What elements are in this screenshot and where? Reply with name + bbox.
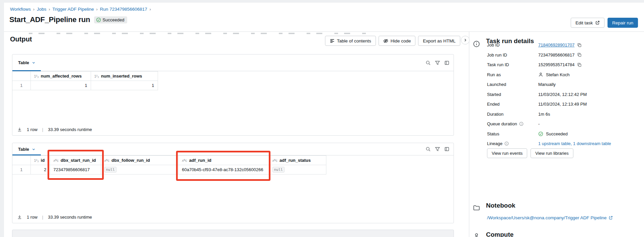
table-cell: 60a70b45-cf93-47e8-ac78-132c05600266	[178, 165, 269, 174]
collapse-panel-button[interactable]	[461, 36, 470, 44]
check-circle-icon	[96, 17, 101, 22]
export-as-html-button[interactable]: Export as HTML	[418, 36, 460, 46]
side-panel-icon[interactable]	[444, 146, 450, 152]
detail-label: Launched	[487, 82, 538, 87]
footer-separator: |	[42, 127, 43, 132]
search-icon[interactable]	[425, 146, 431, 152]
notebook-path: /Workspace/Users/sk@nona.company/Trigger…	[487, 215, 607, 220]
copy-icon[interactable]	[577, 63, 582, 67]
row-number-header	[12, 72, 30, 81]
databricks-task-run-page: Workflows › Jobs › Trigger ADF Pipeline …	[0, 0, 644, 237]
row-count: 1 row	[27, 215, 37, 220]
external-link-icon	[595, 20, 600, 25]
folder-icon	[473, 204, 480, 211]
table-of-contents-button[interactable]: Table of contents	[325, 36, 376, 46]
table-row: 1 1 1	[12, 81, 158, 90]
external-link-icon	[609, 216, 613, 220]
chevron-right-icon	[463, 38, 467, 42]
breadcrumb-jobs[interactable]: Jobs	[37, 7, 47, 12]
row-number-cell: 1	[12, 165, 30, 174]
table-cell: 1	[30, 81, 91, 90]
run-as-value: Stefan Koch	[546, 72, 570, 77]
filter-icon[interactable]	[435, 146, 440, 152]
result-table: 1²₃num_affected_rows 1²₃num_inserted_row…	[12, 71, 158, 90]
detail-row-queue-duration: Queue duration -	[487, 119, 639, 129]
breadcrumb-separator: ›	[150, 7, 151, 12]
repair-run-label: Repair run	[612, 20, 633, 25]
breadcrumb-run-id[interactable]: Run 723479856606817	[100, 7, 147, 12]
column-header[interactable]: ᴀᴮᴄadf_run_status	[269, 156, 326, 165]
breadcrumb-separator: ›	[96, 7, 98, 12]
info-circle-icon[interactable]	[519, 122, 524, 126]
column-header[interactable]: 1²₃id	[30, 156, 50, 165]
hide-code-button[interactable]: Hide code	[379, 36, 416, 46]
detail-label: Duration	[487, 112, 538, 117]
started-value: 11/03/2024, 12:12:42 PM	[538, 92, 587, 97]
table-row: 1 2 723479856606817 null 60a70b45-cf93-4…	[12, 165, 326, 174]
table-cell: 2	[30, 165, 50, 174]
info-circle-icon[interactable]	[504, 141, 509, 146]
info-circle-icon	[473, 40, 480, 47]
detail-label: Started	[487, 92, 538, 97]
download-icon[interactable]	[17, 127, 22, 132]
number-type-icon: 1²₃	[94, 74, 99, 78]
copy-icon[interactable]	[577, 43, 582, 47]
column-header[interactable]: ᴀᴮᴄdbx_start_run_id	[50, 156, 101, 165]
edit-task-button[interactable]: Edit task	[571, 18, 605, 28]
string-type-icon: ᴀᴮᴄ	[272, 158, 278, 162]
notebook-heading: Notebook	[486, 202, 515, 209]
page-header: Workflows › Jobs › Trigger ADF Pipeline …	[4, 3, 644, 32]
active-tab-underline	[12, 154, 41, 155]
repair-run-button[interactable]: Repair run	[608, 18, 638, 28]
footer-separator: |	[42, 215, 43, 220]
queue-duration-value: -	[538, 121, 540, 126]
column-header[interactable]: 1²₃num_affected_rows	[30, 72, 91, 81]
chevron-down-icon	[32, 147, 35, 151]
next-cell-stub	[12, 230, 454, 237]
runtime-label: 33.39 seconds runtime	[48, 127, 92, 132]
detail-row-duration: Duration 1m 6s	[487, 109, 639, 119]
row-number-header	[12, 156, 30, 165]
duration-value: 1m 6s	[538, 112, 550, 117]
table-of-contents-label: Table of contents	[337, 38, 371, 43]
person-icon	[538, 72, 543, 77]
breadcrumb-job-name[interactable]: Trigger ADF Pipeline	[53, 7, 94, 12]
table-view-label: Table	[18, 147, 29, 152]
column-header[interactable]: 1²₃num_inserted_rows	[91, 72, 158, 81]
side-panel-icon[interactable]	[444, 60, 450, 66]
lineage-link[interactable]: 1 upstream table, 1 downstream table	[538, 141, 611, 146]
job-run-id-value: 723479856606817	[538, 52, 574, 57]
column-header[interactable]: ᴀᴮᴄadf_run_id	[178, 156, 269, 165]
detail-label: Task run ID	[487, 62, 538, 67]
copy-icon[interactable]	[577, 52, 582, 57]
view-run-events-button[interactable]: View run events	[487, 148, 527, 158]
view-run-libraries-button[interactable]: View run libraries	[531, 148, 573, 158]
detail-row-status: Status Succeeded	[487, 129, 639, 139]
breadcrumb-workflows[interactable]: Workflows	[10, 7, 31, 12]
output-heading: Output	[10, 35, 32, 43]
filter-icon[interactable]	[435, 60, 440, 66]
download-icon[interactable]	[17, 215, 22, 220]
list-lines-icon	[330, 38, 335, 43]
job-id-link[interactable]: 718406928901707	[538, 42, 574, 47]
status-value: Succeeded	[546, 131, 568, 136]
eye-off-icon	[383, 38, 388, 43]
table-header-row: 1²₃id ᴀᴮᴄdbx_start_run_id ᴀᴮᴄdbx_follow_…	[12, 156, 326, 165]
detail-label: Job run ID	[487, 52, 538, 57]
table-cell: null	[101, 165, 178, 174]
table-view-selector[interactable]: Table	[12, 60, 35, 65]
search-icon[interactable]	[425, 60, 431, 66]
breadcrumb-separator: ›	[33, 7, 34, 12]
details-rows: Job ID 718406928901707 Job run ID 723479…	[487, 40, 639, 149]
status-badge-label: Succeeded	[102, 17, 124, 22]
null-value-badge: null	[272, 167, 285, 172]
column-header[interactable]: ᴀᴮᴄdbx_follow_run_id	[101, 156, 178, 165]
row-count: 1 row	[27, 127, 37, 132]
runtime-label: 33.39 seconds runtime	[48, 215, 92, 220]
status-badge: Succeeded	[94, 16, 127, 23]
notebook-path-link[interactable]: /Workspace/Users/sk@nona.company/Trigger…	[487, 215, 613, 220]
result-table: 1²₃id ᴀᴮᴄdbx_start_run_id ᴀᴮᴄdbx_follow_…	[12, 155, 326, 174]
compute-heading: Compute	[486, 231, 513, 237]
table-view-selector[interactable]: Table	[12, 147, 35, 152]
detail-label: Job ID	[487, 42, 538, 47]
